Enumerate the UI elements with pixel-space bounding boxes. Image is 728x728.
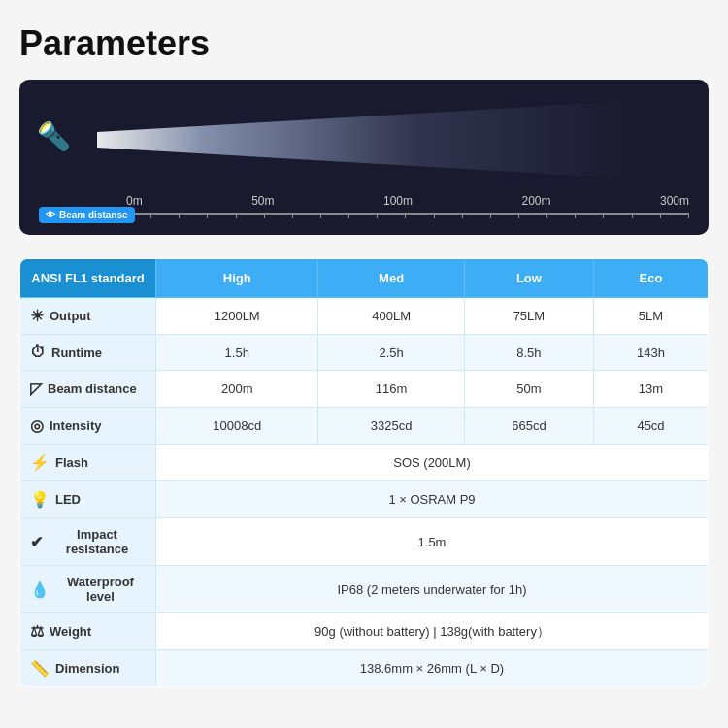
ruler-line — [122, 212, 689, 219]
ruler-label-50m: 50m — [251, 194, 274, 208]
row-label-text: Intensity — [50, 418, 101, 433]
row-icon: ☀ — [30, 307, 44, 325]
row-icon: ✔ — [30, 533, 43, 551]
table-row: ◸Beam distance200m116m50m13m — [20, 371, 709, 408]
row-label-text: Weight — [50, 624, 91, 639]
row-label-text: Waterproof level — [55, 575, 146, 604]
row-label-cell-5: 💡LED — [20, 481, 156, 518]
row-value-0-0: 1200LM — [156, 298, 318, 335]
row-icon: ⚖ — [30, 622, 44, 641]
row-value-2-3: 13m — [594, 371, 709, 408]
row-icon: ◎ — [30, 416, 44, 435]
row-value-2-0: 200m — [156, 371, 318, 408]
beam-banner: 🔦 0m 50m 100m 200m 300m — [19, 80, 709, 235]
row-value-3-1: 3325cd — [318, 408, 464, 445]
row-wide-value-7: IP68 (2 meters underwater for 1h) — [156, 566, 709, 613]
row-value-2-2: 50m — [464, 371, 593, 408]
row-value-1-2: 8.5h — [464, 335, 593, 371]
row-value-1-1: 2.5h — [318, 335, 464, 371]
table-row: 💧Waterproof levelIP68 (2 meters underwat… — [20, 566, 709, 613]
row-value-3-2: 665cd — [464, 408, 593, 445]
beam-light — [97, 101, 631, 179]
row-label-text: Output — [50, 309, 91, 323]
row-wide-value-6: 1.5m — [156, 518, 709, 566]
flashlight-icon: 🔦 — [37, 120, 71, 152]
ruler-area: 0m 50m 100m 200m 300m — [39, 194, 689, 219]
row-label-text: Beam distance — [48, 381, 137, 396]
row-label-cell-1: ⏱Runtime — [20, 335, 156, 371]
row-label-text: Flash — [55, 455, 88, 470]
ruler-labels: 0m 50m 100m 200m 300m — [39, 194, 689, 208]
row-wide-value-5: 1 × OSRAM P9 — [156, 481, 709, 518]
row-label-cell-4: ⚡Flash — [20, 445, 156, 481]
row-label-text: LED — [55, 492, 81, 507]
row-label-cell-8: ⚖Weight — [20, 613, 156, 650]
row-icon: 💡 — [30, 490, 50, 509]
row-label-cell-7: 💧Waterproof level — [20, 566, 156, 613]
th-low: Low — [464, 259, 593, 298]
table-row: ⚡FlashSOS (200LM) — [20, 445, 709, 481]
table-row: ◎Intensity10008cd3325cd665cd45cd — [20, 408, 709, 445]
row-value-1-3: 143h — [594, 335, 709, 371]
row-icon: ⏱ — [30, 344, 46, 361]
row-label-cell-9: 📏Dimension — [20, 650, 156, 687]
ruler-ticks — [122, 213, 689, 218]
row-label-text: Impact resistance — [49, 527, 146, 556]
row-value-1-0: 1.5h — [156, 335, 318, 371]
row-value-3-0: 10008cd — [156, 408, 318, 445]
row-wide-value-9: 138.6mm × 26mm (L × D) — [156, 650, 709, 687]
row-value-0-1: 400LM — [318, 298, 464, 335]
table-row: ✔Impact resistance1.5m — [20, 518, 709, 566]
params-table: ANSI FL1 standard High Med Low Eco ☀Outp… — [19, 258, 709, 687]
row-label-cell-2: ◸Beam distance — [20, 371, 156, 408]
row-icon: ◸ — [30, 380, 42, 398]
table-row: ⚖Weight90g (without battery) | 138g(with… — [20, 613, 709, 650]
table-row: ⏱Runtime1.5h2.5h8.5h143h — [20, 335, 709, 371]
row-icon: ⚡ — [30, 453, 50, 472]
row-value-3-3: 45cd — [594, 408, 709, 445]
ruler-label-0m: 0m — [126, 194, 143, 208]
th-eco: Eco — [594, 259, 709, 298]
row-value-2-1: 116m — [318, 371, 464, 408]
row-icon: 💧 — [30, 580, 50, 599]
th-high: High — [156, 259, 318, 298]
row-wide-value-4: SOS (200LM) — [156, 445, 709, 481]
row-label-cell-0: ☀Output — [20, 298, 156, 335]
row-label-text: Runtime — [51, 346, 102, 360]
ruler-label-200m: 200m — [521, 194, 550, 208]
table-header-row: ANSI FL1 standard High Med Low Eco — [20, 259, 709, 298]
th-standard: ANSI FL1 standard — [20, 259, 156, 298]
th-med: Med — [318, 259, 464, 298]
page-title: Parameters — [19, 23, 709, 64]
row-label-cell-3: ◎Intensity — [20, 408, 156, 445]
ruler-label-100m: 100m — [383, 194, 413, 208]
row-value-0-2: 75LM — [464, 298, 593, 335]
beam-distance-tag: 👁 Beam distanse — [39, 207, 135, 223]
eye-icon: 👁 — [46, 210, 55, 220]
row-wide-value-8: 90g (without battery) | 138g(with batter… — [156, 613, 709, 650]
row-value-0-3: 5LM — [594, 298, 709, 335]
table-row: 💡LED1 × OSRAM P9 — [20, 481, 709, 518]
row-label-cell-6: ✔Impact resistance — [20, 518, 156, 566]
table-row: 📏Dimension138.6mm × 26mm (L × D) — [20, 650, 709, 687]
row-icon: 📏 — [30, 659, 50, 678]
row-label-text: Dimension — [55, 661, 119, 676]
ruler-label-300m: 300m — [660, 194, 689, 208]
beam-distance-label: Beam distanse — [59, 210, 128, 220]
table-row: ☀Output1200LM400LM75LM5LM — [20, 298, 709, 335]
